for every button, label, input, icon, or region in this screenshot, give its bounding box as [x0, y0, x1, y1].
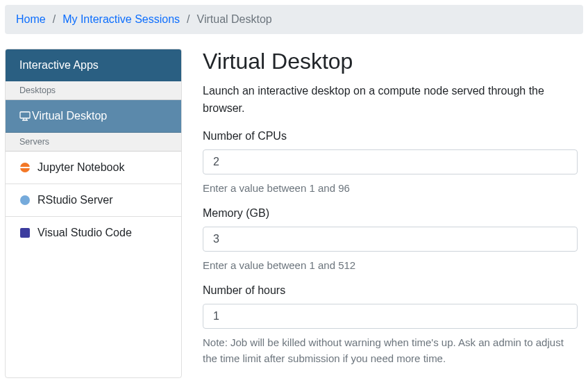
cpus-help: Enter a value between 1 and 96 — [203, 180, 578, 196]
sidebar-item-jupyter[interactable]: Jupyter Notebook — [6, 152, 181, 184]
form-group-hours: Number of hours Note: Job will be killed… — [203, 284, 578, 367]
hours-label: Number of hours — [203, 284, 578, 297]
sidebar-header: Interactive Apps — [6, 49, 181, 81]
sidebar: Interactive Apps Desktops Virtual Deskto… — [5, 49, 182, 378]
main-container: Interactive Apps Desktops Virtual Deskto… — [0, 44, 588, 383]
breadcrumb-separator: / — [53, 13, 56, 26]
sidebar-item-label: Virtual Desktop — [32, 110, 107, 122]
page-title: Virtual Desktop — [203, 49, 578, 74]
cpus-input[interactable] — [203, 149, 578, 174]
breadcrumb-sessions[interactable]: My Interactive Sessions — [62, 13, 180, 26]
breadcrumb-home[interactable]: Home — [16, 13, 46, 26]
sidebar-item-rstudio[interactable]: RStudio Server — [6, 184, 181, 217]
sidebar-item-label: Visual Studio Code — [37, 227, 132, 239]
memory-help: Enter a value between 1 and 512 — [203, 257, 578, 273]
sidebar-item-vscode[interactable]: Visual Studio Code — [6, 217, 181, 249]
sidebar-group-desktops: Desktops — [6, 81, 181, 100]
memory-input[interactable] — [203, 227, 578, 252]
cpus-label: Number of CPUs — [203, 130, 578, 142]
rstudio-icon — [19, 195, 31, 206]
vscode-icon — [19, 227, 31, 238]
form-group-cpus: Number of CPUs Enter a value between 1 a… — [203, 130, 578, 196]
memory-label: Memory (GB) — [203, 207, 578, 220]
hours-input[interactable] — [203, 304, 578, 329]
sidebar-item-label: Jupyter Notebook — [37, 161, 124, 174]
breadcrumb: Home / My Interactive Sessions / Virtual… — [5, 5, 583, 34]
page-lead: Launch an interactive desktop on a compu… — [203, 83, 578, 117]
breadcrumb-separator: / — [187, 13, 190, 26]
sidebar-group-servers: Servers — [6, 133, 181, 152]
breadcrumb-current: Virtual Desktop — [197, 13, 272, 26]
svg-rect-0 — [20, 112, 30, 118]
jupyter-icon — [19, 162, 31, 173]
main-panel: Virtual Desktop Launch an interactive de… — [203, 49, 583, 378]
form-group-memory: Memory (GB) Enter a value between 1 and … — [203, 207, 578, 273]
sidebar-item-label: RStudio Server — [37, 194, 113, 206]
sidebar-item-virtual-desktop[interactable]: Virtual Desktop — [6, 100, 181, 133]
hours-help: Note: Job will be killed without warning… — [203, 334, 578, 367]
desktop-icon — [19, 111, 31, 122]
